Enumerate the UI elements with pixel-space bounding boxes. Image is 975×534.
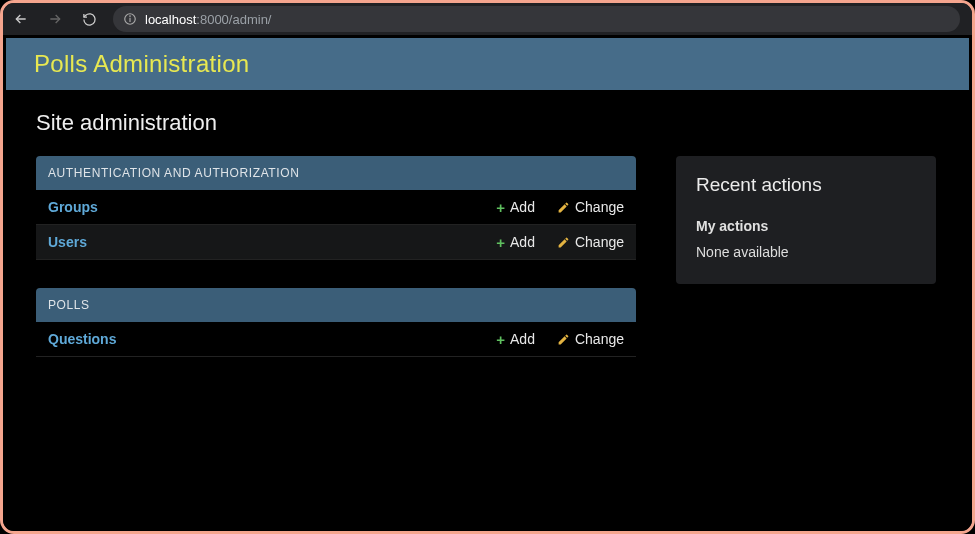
add-link[interactable]: +Add (496, 234, 535, 250)
arrow-left-icon (13, 11, 29, 27)
module-heading[interactable]: POLLS (36, 288, 636, 322)
back-button[interactable] (7, 5, 35, 33)
forward-button[interactable] (41, 5, 69, 33)
model-link-groups[interactable]: Groups (48, 199, 496, 215)
plus-icon: + (496, 332, 505, 347)
address-bar[interactable]: localhost:8000/admin/ (113, 6, 960, 32)
svg-point-2 (130, 16, 131, 17)
model-row: Groups +Add Change (36, 190, 636, 225)
app-list: AUTHENTICATION AND AUTHORIZATION Groups … (36, 156, 636, 385)
pencil-icon (557, 201, 570, 214)
admin-header: Polls Administration (6, 38, 969, 90)
model-row: Users +Add Change (36, 225, 636, 260)
recent-actions-empty: None available (696, 244, 916, 260)
site-title[interactable]: Polls Administration (34, 50, 249, 78)
module-heading[interactable]: AUTHENTICATION AND AUTHORIZATION (36, 156, 636, 190)
change-link[interactable]: Change (557, 199, 624, 215)
recent-actions-title: Recent actions (696, 174, 916, 196)
model-link-questions[interactable]: Questions (48, 331, 496, 347)
pencil-icon (557, 236, 570, 249)
page-title: Site administration (36, 110, 939, 136)
module-polls: POLLS Questions +Add Change (36, 288, 636, 357)
change-link[interactable]: Change (557, 234, 624, 250)
arrow-right-icon (47, 11, 63, 27)
my-actions-label: My actions (696, 218, 916, 234)
model-link-users[interactable]: Users (48, 234, 496, 250)
add-link[interactable]: +Add (496, 331, 535, 347)
browser-toolbar: localhost:8000/admin/ (3, 3, 972, 35)
reload-button[interactable] (75, 5, 103, 33)
change-link[interactable]: Change (557, 331, 624, 347)
plus-icon: + (496, 200, 505, 215)
reload-icon (82, 12, 97, 27)
model-row: Questions +Add Change (36, 322, 636, 357)
url-text: localhost:8000/admin/ (145, 12, 271, 27)
info-icon (123, 12, 137, 26)
recent-actions-panel: Recent actions My actions None available (676, 156, 936, 284)
pencil-icon (557, 333, 570, 346)
plus-icon: + (496, 235, 505, 250)
add-link[interactable]: +Add (496, 199, 535, 215)
module-auth: AUTHENTICATION AND AUTHORIZATION Groups … (36, 156, 636, 260)
